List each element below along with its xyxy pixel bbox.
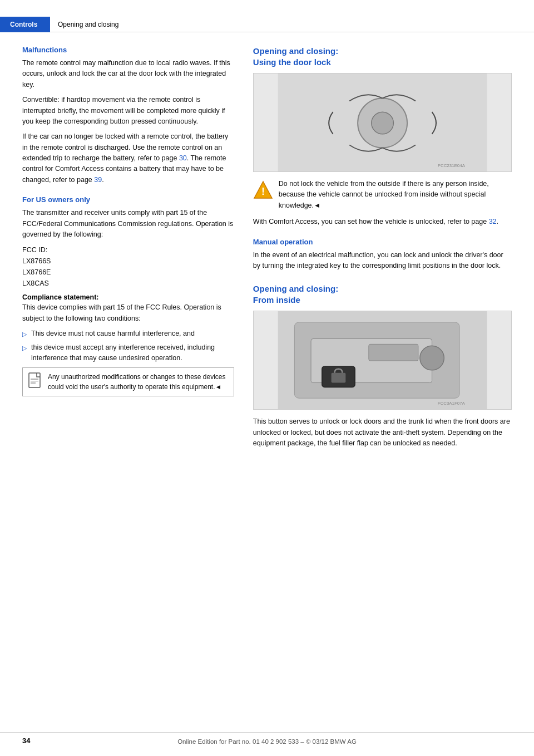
bullet-item-2: ▷ this device must accept any interferen… — [22, 342, 234, 364]
malfunctions-heading: Malfunctions — [22, 46, 234, 54]
malfunction-para2: Convertible: if hardtop movement via the… — [22, 95, 234, 127]
compliance-text: This device complies with part 15 of the… — [22, 302, 234, 324]
footer-text: Online Edition for Part no. 01 40 2 902 … — [177, 738, 357, 745]
door-lock-image: FCC231E04A — [253, 73, 512, 172]
fcc-ids: FCC ID:LX8766SLX8766ELX8CAS — [22, 244, 234, 289]
opening-closing-door-heading: Opening and closing: Using the door lock — [253, 46, 512, 67]
opening-closing-inside-heading: Opening and closing: From inside — [253, 283, 512, 305]
bullet-arrow-2: ▷ — [22, 343, 27, 353]
header-section-title: Opening and closing — [50, 17, 534, 32]
bullet-item-1: ▷ This device must not cause harmful int… — [22, 328, 234, 339]
manual-operation-text: In the event of an electrical malfunctio… — [253, 250, 512, 272]
note-box: Any unauthorized modifications or change… — [22, 367, 234, 396]
left-column: Malfunctions The remote control may malf… — [22, 46, 248, 453]
note-text: Any unauthorized modifications or change… — [48, 372, 229, 392]
svg-text:FCC231E04A: FCC231E04A — [438, 163, 466, 168]
svg-text:!: ! — [261, 186, 265, 197]
svg-point-6 — [372, 112, 394, 134]
header-bar: Controls Opening and closing — [0, 17, 534, 32]
malfunction-para3: If the car can no longer be locked with … — [22, 131, 234, 185]
warning-text: Do not lock the vehicle from the outside… — [279, 179, 512, 211]
content-area: Malfunctions The remote control may malf… — [0, 46, 534, 453]
svg-rect-0 — [29, 373, 40, 387]
link-page32[interactable]: 32 — [489, 218, 497, 225]
from-inside-image: FCC3A1F07A — [253, 311, 512, 410]
from-inside-text: This button serves to unlock or lock doo… — [253, 416, 512, 449]
malfunction-para1: The remote control may malfunction due t… — [22, 58, 234, 90]
bullet-list: ▷ This device must not cause harmful int… — [22, 328, 234, 363]
comfort-access-text: With Comfort Access, you can set how the… — [253, 217, 512, 227]
note-icon — [28, 372, 43, 391]
manual-operation-heading: Manual operation — [253, 238, 512, 246]
fcc-intro: The transmitter and receiver units compl… — [22, 208, 234, 240]
right-column: Opening and closing: Using the door lock — [248, 46, 512, 453]
page-wrapper: Controls Opening and closing Malfunction… — [0, 0, 534, 756]
header-controls-label: Controls — [0, 17, 50, 32]
warning-triangle-icon: ! — [253, 180, 273, 200]
compliance-label: Compliance statement: — [22, 293, 234, 301]
bullet-arrow-1: ▷ — [22, 330, 27, 339]
svg-point-16 — [420, 346, 444, 371]
link-page39[interactable]: 39 — [94, 176, 102, 184]
link-page30[interactable]: 30 — [179, 154, 187, 162]
svg-rect-15 — [369, 345, 418, 361]
svg-text:FCC3A1F07A: FCC3A1F07A — [437, 401, 465, 406]
for-us-heading: For US owners only — [22, 195, 234, 204]
svg-rect-14 — [331, 373, 345, 383]
footer: Online Edition for Part no. 01 40 2 902 … — [0, 732, 534, 745]
warning-box: ! Do not lock the vehicle from the outsi… — [253, 179, 512, 211]
